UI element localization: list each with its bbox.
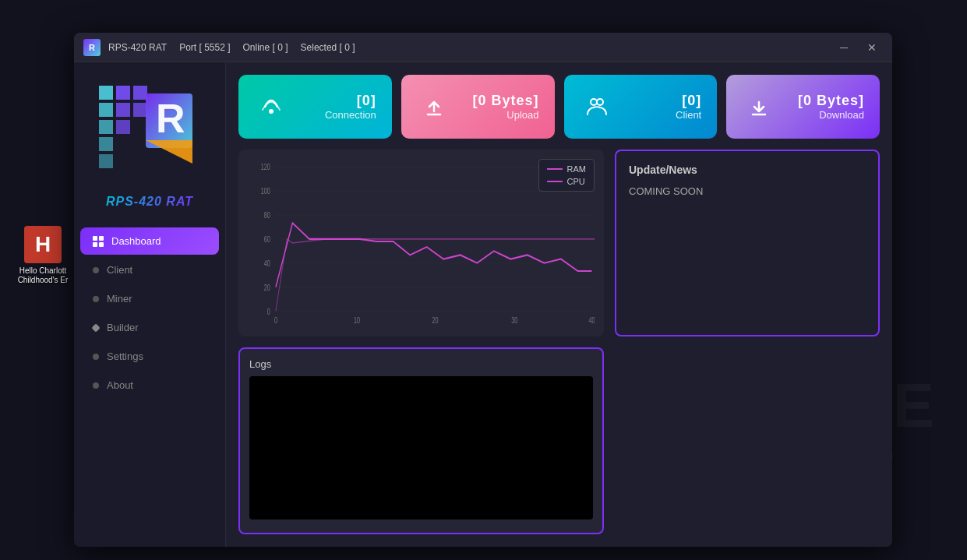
svg-text:R: R <box>156 96 185 141</box>
about-icon <box>93 382 99 389</box>
svg-text:100: 100 <box>261 187 270 196</box>
svg-text:30: 30 <box>511 316 517 326</box>
sidebar-item-client-label: Client <box>107 264 132 276</box>
desktop-icon-label: Hello Charlott Childhood's Er <box>18 266 69 285</box>
news-content: COMING SOON <box>629 185 866 197</box>
svg-rect-7 <box>133 103 147 117</box>
chart-legend: RAM CPU <box>538 159 595 192</box>
svg-text:0: 0 <box>274 316 277 326</box>
client-icon <box>93 267 99 273</box>
svg-text:20: 20 <box>432 316 438 326</box>
svg-marker-11 <box>146 140 192 164</box>
chart-wrapper: RAM CPU <box>238 150 604 534</box>
logs-title: Logs <box>249 358 593 370</box>
online-label: Online [ 0 ] <box>243 42 288 53</box>
client-info: [0] Client <box>676 93 701 121</box>
dashboard-icon <box>93 236 104 247</box>
stats-row: [0] Connection [0 Bytes] <box>238 75 880 139</box>
sidebar-item-builder[interactable]: Builder <box>80 314 219 341</box>
svg-rect-0 <box>99 86 113 100</box>
selected-label: Selected [ 0 ] <box>301 42 355 53</box>
builder-icon <box>91 323 100 332</box>
connection-icon <box>254 90 288 124</box>
svg-text:80: 80 <box>264 211 270 220</box>
svg-point-14 <box>591 99 597 105</box>
upload-info: [0 Bytes] Upload <box>472 93 538 121</box>
sidebar-nav: Dashboard Client Miner Builder <box>74 227 225 399</box>
logs-container: Logs <box>238 347 604 534</box>
settings-icon <box>93 354 99 360</box>
app-title: RPS-420 RAT <box>108 42 167 53</box>
sidebar-item-builder-label: Builder <box>107 322 138 333</box>
svg-text:20: 20 <box>264 283 270 292</box>
stat-card-connection[interactable]: [0] Connection <box>238 75 392 139</box>
download-label: Download <box>819 109 864 121</box>
svg-text:60: 60 <box>264 235 270 245</box>
svg-rect-6 <box>116 103 130 117</box>
svg-text:10: 10 <box>354 316 360 326</box>
logo-image: R <box>91 78 208 187</box>
sidebar-item-about[interactable]: About <box>80 372 219 399</box>
news-panel: Update/News COMING SOON <box>615 150 880 336</box>
sidebar-item-settings-label: Settings <box>107 350 143 362</box>
port-label: Port [ 5552 ] <box>179 42 230 53</box>
download-value: [0 Bytes] <box>798 93 864 109</box>
svg-text:0: 0 <box>267 307 270 316</box>
desktop-icon-image: H <box>24 226 62 263</box>
legend-ram: RAM <box>547 164 586 174</box>
app-body: R RPS-420 RAT <box>74 62 892 547</box>
svg-rect-5 <box>133 86 147 100</box>
logs-content <box>249 376 593 519</box>
app-window: R RPS-420 RAT Port [ 5552 ] Online [ 0 ]… <box>74 33 892 547</box>
svg-rect-2 <box>99 120 113 134</box>
svg-rect-1 <box>99 103 113 117</box>
main-content: [0] Connection [0 Bytes] <box>226 62 892 547</box>
connection-label: Connection <box>325 109 376 121</box>
legend-ram-line <box>547 168 563 170</box>
sidebar-item-dashboard-label: Dashboard <box>111 235 161 247</box>
svg-text:40: 40 <box>588 316 595 326</box>
desktop: >DEC:/ H Hello Charlott Childhood's Er R… <box>0 0 967 560</box>
legend-cpu: CPU <box>547 177 586 186</box>
svg-text:40: 40 <box>264 259 270 269</box>
legend-cpu-label: CPU <box>567 177 585 186</box>
svg-rect-8 <box>116 120 130 134</box>
logo-area: R RPS-420 RAT <box>91 78 208 209</box>
stat-card-upload[interactable]: [0 Bytes] Upload <box>401 75 555 139</box>
logo-title: RPS-420 RAT <box>106 195 193 209</box>
legend-cpu-line <box>547 181 563 182</box>
sidebar: R RPS-420 RAT <box>74 62 226 547</box>
svg-point-15 <box>597 99 603 105</box>
svg-rect-4 <box>116 86 130 100</box>
minimize-button[interactable]: ─ <box>833 39 855 56</box>
client-stat-icon <box>580 90 614 124</box>
sidebar-item-settings[interactable]: Settings <box>80 343 219 370</box>
sidebar-item-miner[interactable]: Miner <box>80 285 219 312</box>
svg-rect-3 <box>99 137 113 151</box>
stat-card-download[interactable]: [0 Bytes] Download <box>726 75 880 139</box>
sidebar-item-miner-label: Miner <box>107 293 132 305</box>
titlebar: R RPS-420 RAT Port [ 5552 ] Online [ 0 ]… <box>74 33 892 62</box>
bottom-section: RAM CPU <box>238 150 880 534</box>
app-logo-icon: R <box>83 39 101 56</box>
download-icon <box>742 90 776 124</box>
svg-point-13 <box>269 109 274 114</box>
download-info: [0 Bytes] Download <box>798 93 864 121</box>
upload-value: [0 Bytes] <box>472 93 538 109</box>
chart-container: RAM CPU <box>238 150 604 336</box>
client-value: [0] <box>682 93 701 109</box>
news-title: Update/News <box>629 164 866 176</box>
sidebar-item-client[interactable]: Client <box>80 256 219 284</box>
upload-label: Upload <box>506 109 538 121</box>
close-button[interactable]: ✕ <box>861 39 883 56</box>
sidebar-item-dashboard[interactable]: Dashboard <box>80 227 219 255</box>
miner-icon <box>93 296 99 302</box>
titlebar-controls: ─ ✕ <box>833 39 883 56</box>
stat-card-client[interactable]: [0] Client <box>564 75 718 139</box>
client-label: Client <box>676 109 701 121</box>
titlebar-text: RPS-420 RAT Port [ 5552 ] Online [ 0 ] S… <box>108 42 825 53</box>
upload-icon <box>417 90 451 124</box>
legend-ram-label: RAM <box>567 164 586 174</box>
connection-info: [0] Connection <box>325 93 376 121</box>
desktop-icon[interactable]: H Hello Charlott Childhood's Er <box>16 226 70 285</box>
